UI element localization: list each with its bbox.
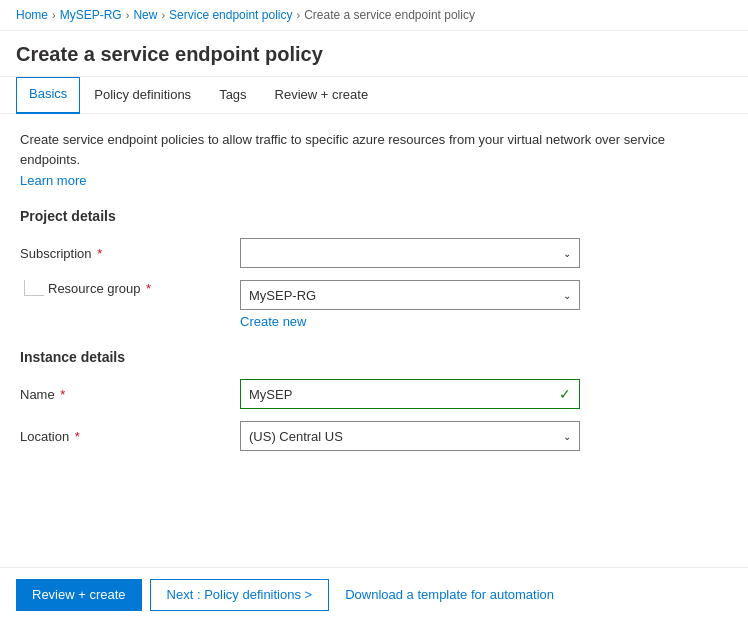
breadcrumb-sep-1: ›: [52, 9, 56, 21]
resource-group-label: Resource group *: [48, 281, 151, 296]
description-text: Create service endpoint policies to allo…: [20, 130, 728, 169]
download-template-link[interactable]: Download a template for automation: [345, 587, 554, 602]
chevron-down-icon-rg: ⌄: [563, 290, 571, 301]
page-title: Create a service endpoint policy: [0, 31, 748, 77]
subscription-dropdown[interactable]: ⌄: [240, 238, 580, 268]
location-row: Location * (US) Central US ⌄: [20, 421, 728, 451]
chevron-down-icon-loc: ⌄: [563, 431, 571, 442]
resource-group-label-wrap: Resource group *: [20, 280, 240, 296]
instance-details-title: Instance details: [20, 349, 728, 365]
review-create-button[interactable]: Review + create: [16, 579, 142, 611]
breadcrumb-home[interactable]: Home: [16, 8, 48, 22]
next-policy-definitions-button[interactable]: Next : Policy definitions >: [150, 579, 330, 611]
resource-group-value: MySEP-RG: [249, 288, 316, 303]
chevron-down-icon: ⌄: [563, 248, 571, 259]
breadcrumb-sep-3: ›: [161, 9, 165, 21]
valid-check-icon: ✓: [559, 386, 571, 402]
name-row: Name * ✓: [20, 379, 728, 409]
tab-tags[interactable]: Tags: [205, 77, 260, 114]
name-required: *: [57, 387, 66, 402]
breadcrumb-new[interactable]: New: [133, 8, 157, 22]
footer: Review + create Next : Policy definition…: [0, 567, 748, 621]
resource-group-row: Resource group * MySEP-RG ⌄: [20, 280, 728, 310]
breadcrumb-sep-2: ›: [126, 9, 130, 21]
name-input[interactable]: [249, 387, 559, 402]
create-new-link[interactable]: Create new: [240, 314, 728, 329]
subscription-required: *: [94, 246, 103, 261]
breadcrumb: Home › MySEP-RG › New › Service endpoint…: [0, 0, 748, 31]
subscription-row: Subscription * ⌄: [20, 238, 728, 268]
resource-group-required: *: [143, 281, 152, 296]
name-label: Name *: [20, 387, 240, 402]
location-required: *: [71, 429, 80, 444]
location-value: (US) Central US: [249, 429, 343, 444]
subscription-label: Subscription *: [20, 246, 240, 261]
tab-basics[interactable]: Basics: [16, 77, 80, 114]
location-dropdown[interactable]: (US) Central US ⌄: [240, 421, 580, 451]
learn-more-link[interactable]: Learn more: [20, 173, 86, 188]
breadcrumb-service-endpoint-policy[interactable]: Service endpoint policy: [169, 8, 292, 22]
resource-group-dropdown[interactable]: MySEP-RG ⌄: [240, 280, 580, 310]
breadcrumb-sep-4: ›: [296, 9, 300, 21]
main-content: Create service endpoint policies to allo…: [0, 114, 748, 479]
name-input-wrapper[interactable]: ✓: [240, 379, 580, 409]
resource-group-indent: [24, 280, 44, 296]
tab-review-create[interactable]: Review + create: [261, 77, 383, 114]
project-details-title: Project details: [20, 208, 728, 224]
tab-policy-definitions[interactable]: Policy definitions: [80, 77, 205, 114]
location-label: Location *: [20, 429, 240, 444]
breadcrumb-current: Create a service endpoint policy: [304, 8, 475, 22]
tabs-container: Basics Policy definitions Tags Review + …: [0, 77, 748, 114]
breadcrumb-mysep-rg[interactable]: MySEP-RG: [60, 8, 122, 22]
